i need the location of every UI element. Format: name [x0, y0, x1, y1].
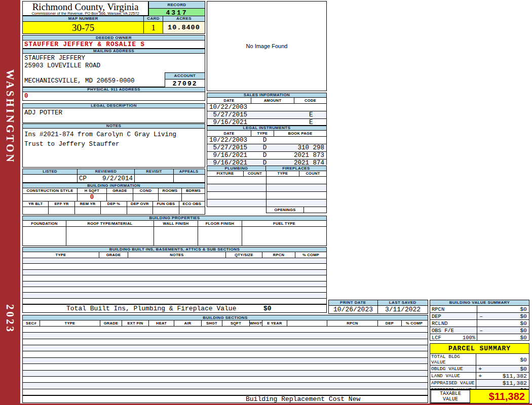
bi-col-remyr: REM YR [75, 201, 101, 207]
review-header-row: LISTED REVIEWED REVISIT APPEALS [22, 169, 205, 175]
bi-value-row: 0 [23, 194, 205, 201]
built-ins-empty-row [23, 287, 326, 293]
instruments-title: LEGAL INSTRUMENTS [207, 126, 327, 131]
bi-col-deppct: DEP % [101, 201, 127, 207]
bs-col-rpcn: RPCN [327, 320, 378, 326]
fireplaces-title: FIREPLACES [266, 166, 327, 171]
construction-style-value [23, 194, 78, 201]
last-saved-value: 3/11/2022 [378, 306, 428, 313]
map-value-row: 30-75 1 10.8400 [22, 22, 205, 34]
bvs-label: OBS F/E [432, 328, 454, 334]
built-ins-empty-row [23, 258, 326, 264]
commissioner-line: Commissioner of the Revenue, PO Box 366,… [23, 12, 148, 16]
bs-empty-row [23, 383, 428, 389]
record-box: RECORD 4317 [148, 1, 205, 16]
county-title-box: Richmond County, Virginia Commissioner o… [22, 1, 148, 16]
depovr-value [127, 207, 153, 214]
bp-body-row [23, 227, 326, 246]
map-number-label: MAP NUMBER [22, 16, 144, 22]
sales-col-code: CODE [294, 98, 326, 103]
parcel-value: $11,382 [503, 373, 527, 379]
plumbing-row [207, 192, 326, 199]
review-col-revisit: REVISIT [135, 169, 174, 174]
taxable-value-amount: $11,382 [470, 391, 529, 402]
bs-col-sec: SEC# [23, 320, 40, 326]
instruments-rows: 10/22/2003 D 5/27/2015 D 310 298 9/16/20… [207, 137, 327, 165]
builtins-col-rpcn: RPCN [262, 252, 295, 258]
built-ins-empty-row [23, 299, 326, 304]
built-ins-empty-row [23, 275, 326, 281]
builtins-col-grade: GRADE [99, 252, 128, 258]
review-value-row: CP9/2/2014 [22, 175, 205, 183]
building-sections-title: BUILDING SECTIONS [22, 315, 428, 320]
builtins-col-qty: QTY/SIZE [226, 252, 262, 258]
remyr-value [75, 207, 101, 214]
address-line-1: STAUFFER JEFFERY [24, 55, 205, 62]
bp-col-floor: FLOOR FINISH [198, 221, 242, 226]
fuel-type-value [242, 227, 325, 246]
bi-col-hsqft: H SQFT [78, 188, 107, 193]
taxable-value-label: TAXABLE VALUE [431, 390, 470, 403]
instrument-type: D [253, 152, 276, 159]
instruments-col-book: BOOK PAGE [274, 131, 326, 136]
bvs-value: $0 [520, 327, 527, 334]
built-ins-total-row: Total Built Ins, Plumbing & Fireplace Va… [22, 304, 327, 313]
bp-col-roof: ROOF TYPE/MATERIAL [66, 221, 154, 226]
last-saved-label: LAST SAVED [378, 300, 428, 306]
bvs-value: $0 [520, 334, 527, 341]
bvs-label: LCF [432, 335, 441, 341]
bi-col-bdrms: BDRMS [182, 188, 205, 193]
bdrms-value [182, 194, 204, 201]
account-label: ACCOUNT [165, 72, 205, 79]
plumbing-title: PLUMBING [207, 166, 266, 171]
review-col-reviewed: REVIEWED [78, 169, 135, 174]
effyr-value [49, 207, 74, 214]
map-number-value: 30-75 [22, 22, 144, 34]
built-ins-empty-row [23, 270, 326, 275]
account-box: ACCOUNT 27092 [165, 72, 205, 87]
fireplace-cell [267, 184, 326, 191]
bvs-value: $0 [520, 313, 527, 319]
bs-col-spacer [287, 320, 327, 326]
bs-empty-row [23, 333, 428, 339]
sales-date: 5/27/2015 [207, 111, 253, 118]
built-ins-rows [22, 258, 327, 304]
bi-col-ecoobs: ECO OBS [179, 201, 205, 207]
instrument-date: 9/16/2021 [207, 152, 253, 159]
bi-col-yrblt: YR BLT [23, 201, 49, 207]
bi-col-rooms: ROOMS [159, 188, 182, 193]
grade-value [107, 194, 133, 201]
builtins-col-notes: NOTES [128, 252, 226, 258]
cond-value [133, 194, 159, 201]
instruments-col-date: DATE [207, 131, 251, 136]
bvs-value: $0 [520, 306, 527, 312]
print-value-row: 10/26/2023 3/11/2022 [328, 306, 428, 314]
sales-code: E [296, 111, 326, 118]
plumbing-cell [207, 199, 267, 207]
instrument-book: 2021 873 [276, 152, 324, 159]
print-date-label: PRINT DATE [328, 300, 378, 306]
building-info-values2 [22, 207, 205, 215]
property-image-panel: No Image Found [207, 1, 327, 91]
review-row: CP9/2/2014 [23, 175, 205, 182]
bvs-label: DEP [432, 313, 441, 319]
building-info-header1: CONSTRUCTION STYLE H SQFT GRADE COND ROO… [22, 188, 205, 194]
instruments-header-row: DATE TYPE BOOK PAGE [207, 131, 327, 137]
bvs-row: LCF100% $0 [430, 334, 529, 341]
fireplaces-col-type: TYPE [267, 171, 299, 176]
county-title: Richmond County, Virginia [23, 2, 148, 12]
plumbing-cell [207, 184, 267, 191]
parcel-label: LAND VALUE [430, 373, 476, 379]
acres-label: ACRES [163, 16, 205, 22]
sales-date: 10/22/2003 [207, 104, 253, 111]
funobs-value [153, 207, 179, 214]
rooms-value [159, 194, 182, 201]
sales-row: 10/22/2003 [207, 104, 326, 111]
sales-row: 5/27/2015 E [207, 111, 326, 119]
fireplace-cell [267, 177, 326, 184]
fireplace-cell [267, 199, 326, 207]
sidebar-county-label: WASHINGTON [4, 48, 16, 185]
listed-value [23, 175, 78, 182]
parcel-summary-rows: TOTAL BLDG VALUE $0 OBLDG VALUE +$0 LAND… [430, 354, 529, 389]
bvs-value: $0 [520, 320, 527, 327]
